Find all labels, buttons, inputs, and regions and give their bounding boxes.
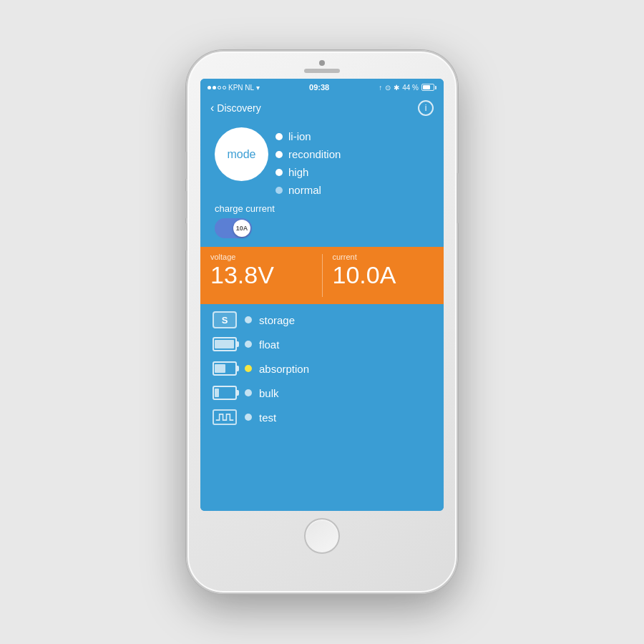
signal-dot-2 (213, 86, 216, 89)
absorption-indicator (245, 365, 252, 372)
mode-option-normal[interactable]: normal (275, 184, 429, 196)
info-button[interactable]: i (418, 100, 434, 116)
battery-tip (435, 86, 436, 89)
float-indicator (245, 341, 252, 348)
location-icon: ↑ (379, 84, 382, 92)
radio-dot-recondition (275, 151, 283, 158)
stage-test[interactable]: test (212, 409, 432, 426)
test-icon (212, 409, 238, 426)
mode-button[interactable]: mode (215, 127, 268, 181)
speaker (304, 69, 340, 73)
signal-dot-1 (208, 86, 211, 89)
storage-icon: S (212, 311, 238, 328)
mode-label: mode (227, 148, 255, 161)
charge-current-label: charge current (215, 203, 429, 214)
phone-top (187, 52, 457, 73)
stages-section: S storage float (200, 304, 444, 511)
status-left: KPN NL ▾ (208, 84, 260, 92)
back-chevron-icon: ‹ (210, 102, 214, 114)
toggle-thumb: 10A (233, 220, 250, 237)
storage-label: storage (259, 314, 295, 326)
radio-dot-liion (275, 133, 283, 140)
mode-section: mode li-ion recondition high (200, 120, 444, 196)
test-indicator (245, 414, 252, 421)
radio-dot-normal (275, 187, 283, 194)
wifi-icon: ▾ (256, 84, 260, 92)
bulk-label: bulk (259, 387, 279, 399)
current-label: current (333, 253, 434, 261)
signal-dot-3 (218, 86, 221, 89)
nav-bar: ‹ Discovery i (200, 96, 444, 120)
main-content: mode li-ion recondition high (200, 120, 444, 511)
bulk-indicator (245, 389, 252, 396)
bulk-fill (215, 389, 219, 398)
time-display: 09:38 (309, 83, 329, 92)
charge-current-section: charge current 10A (200, 196, 444, 244)
battery-icon (421, 84, 436, 91)
back-button[interactable]: ‹ Discovery (210, 102, 261, 114)
signal-dots (208, 86, 226, 89)
back-label: Discovery (217, 102, 260, 114)
test-waveform-icon (213, 409, 237, 425)
status-bar: KPN NL ▾ 09:38 ↑ ⊙ ✱ 44 % (200, 79, 444, 96)
absorption-battery-icon (213, 361, 237, 376)
mode-options: li-ion recondition high normal (275, 127, 429, 196)
mode-option-high[interactable]: high (275, 166, 429, 178)
mode-option-recondition[interactable]: recondition (275, 148, 429, 160)
front-camera (319, 60, 325, 66)
battery-percentage: 44 % (402, 84, 419, 92)
waveform-svg (214, 411, 235, 424)
stage-absorption[interactable]: absorption (212, 360, 432, 377)
toggle-row: 10A (215, 218, 429, 238)
mode-normal-label: normal (288, 184, 321, 196)
current-section: current 10.0A (323, 247, 444, 304)
stage-storage[interactable]: S storage (212, 311, 432, 328)
bluetooth-icon: ✱ (394, 84, 399, 92)
phone-frame: KPN NL ▾ 09:38 ↑ ⊙ ✱ 44 % ‹ Di (186, 50, 458, 594)
voltage-value: 13.8V (210, 263, 312, 287)
meter-bar: voltage 13.8V current 10.0A (200, 247, 444, 304)
bulk-icon (212, 384, 238, 401)
mode-recondition-label: recondition (288, 148, 341, 160)
test-label: test (259, 411, 276, 424)
absorption-fill (215, 364, 225, 374)
radio-dot-high (275, 169, 283, 176)
bulk-battery-icon (213, 386, 237, 400)
float-battery-icon (213, 337, 237, 351)
battery-fill (423, 85, 430, 89)
mode-liion-label: li-ion (288, 130, 311, 142)
alarm-icon: ⊙ (385, 84, 391, 92)
info-icon: i (425, 103, 427, 113)
signal-dot-4 (223, 86, 226, 89)
voltage-label: voltage (210, 253, 312, 261)
screen: KPN NL ▾ 09:38 ↑ ⊙ ✱ 44 % ‹ Di (200, 79, 444, 511)
charge-toggle[interactable]: 10A (215, 218, 252, 238)
s-battery-icon: S (213, 311, 237, 328)
float-fill (215, 340, 234, 349)
absorption-icon (212, 360, 238, 377)
absorption-label: absorption (259, 363, 309, 375)
battery-body (421, 84, 434, 91)
mode-high-label: high (288, 166, 308, 178)
toggle-value: 10A (236, 225, 248, 232)
stage-bulk[interactable]: bulk (212, 384, 432, 401)
current-value: 10.0A (333, 263, 434, 287)
mode-option-liion[interactable]: li-ion (275, 130, 429, 142)
status-right: ↑ ⊙ ✱ 44 % (379, 84, 436, 92)
float-icon (212, 336, 238, 353)
storage-indicator (245, 316, 252, 323)
float-label: float (259, 338, 279, 351)
home-button[interactable] (304, 518, 340, 554)
carrier-label: KPN NL (228, 84, 254, 92)
voltage-section: voltage 13.8V (200, 247, 322, 304)
stage-float[interactable]: float (212, 336, 432, 353)
